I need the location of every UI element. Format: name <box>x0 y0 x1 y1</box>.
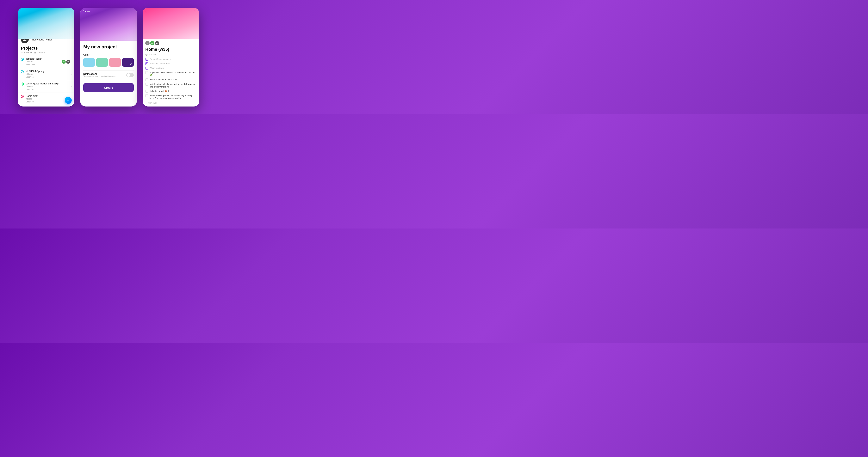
notifications-section: Notifications You won't receive project … <box>83 70 134 79</box>
project-info: Topconf Tallinn 14 tasks3 members <box>26 57 62 66</box>
task-checkbox[interactable] <box>145 78 148 81</box>
task-item[interactable]: Apply moss removal fluid on the roof and… <box>145 71 196 77</box>
task-item[interactable]: Install the last pieces of trim molding … <box>145 94 196 100</box>
toggle-knob <box>127 73 130 77</box>
color-swatch-teal[interactable] <box>96 58 108 67</box>
project-item-left: Home (w41) 8 tasks1 member <box>21 95 71 103</box>
task-item[interactable]: Wash and oil terraces <box>145 62 196 65</box>
task-item[interactable]: Wash windows <box>145 67 196 69</box>
task-item[interactable]: Install a fire alarm in the attic <box>145 78 196 81</box>
task-text: Wash and oil terraces <box>150 62 170 65</box>
notifications-toggle[interactable] <box>126 73 134 77</box>
chevron-right-icon: › <box>71 85 72 88</box>
project-name: Home (w41) <box>26 95 71 97</box>
chevron-right-icon: › <box>71 73 72 75</box>
project-sub: 14 tasks3 members <box>26 60 62 66</box>
task-text: Apply moss removal fluid on the roof and… <box>150 71 196 77</box>
task-checkbox[interactable] <box>145 83 148 86</box>
project-icon-nljug <box>21 70 24 73</box>
project-item-left: Topconf Tallinn 14 tasks3 members <box>21 57 62 66</box>
new-project-title: My new project <box>83 44 134 50</box>
phone3-body: AE AC AP Home (w35) 8 TASKS Order AC mai… <box>143 39 199 106</box>
task-item[interactable]: Rake the forest 🍂➕ <box>145 90 196 93</box>
phone-new-project: Cancel My new project Color ✓ Notificati… <box>80 8 137 106</box>
lock-icon <box>34 52 36 54</box>
projects-title: Projects <box>18 45 74 52</box>
task-checkbox[interactable] <box>145 90 148 93</box>
avatar <box>21 39 29 43</box>
color-swatches: ✓ <box>83 58 134 67</box>
badge-ac: AC <box>62 60 66 64</box>
member-badge-ap: AP <box>155 41 159 45</box>
list-item[interactable]: Reading list 14 tasks1 member › <box>18 105 74 106</box>
new-task-button[interactable]: + New task <box>145 101 196 104</box>
task-checkbox-done[interactable] <box>145 62 148 65</box>
more-options-icon[interactable]: ⋮ <box>68 10 72 14</box>
project-sub: 8 tasks1 member <box>26 97 71 103</box>
user-icon <box>23 39 27 42</box>
tasks-count: 8 TASKS <box>149 54 156 56</box>
member-badge-ae: AE <box>145 41 150 45</box>
project-icon-topconf <box>21 58 24 61</box>
project-info: Home (w41) 8 tasks1 member <box>26 95 71 103</box>
cancel-button[interactable]: Cancel <box>83 10 90 13</box>
shared-meta: 2 Shared <box>21 52 32 54</box>
phone-projects: ⋮ Anonymous Python › Projects 2 Shared <box>18 8 74 106</box>
project-sub: 13 tasks1 member <box>26 85 71 91</box>
member-badges: AE AC AP <box>145 41 196 45</box>
phone1-header-gradient: ⋮ <box>18 8 74 39</box>
notifications-info: Notifications You won't receive project … <box>83 73 116 77</box>
clock-icon <box>145 54 148 56</box>
new-task-label: New task <box>148 102 157 104</box>
phone1-body: Anonymous Python › Projects 2 Shared 4 P… <box>18 39 74 106</box>
user-row[interactable]: Anonymous Python › <box>18 39 74 45</box>
project-name: Topconf Tallinn <box>26 57 62 60</box>
notifications-sub: You won't receive project notifications <box>83 75 116 77</box>
task-text: Install the last pieces of trim molding … <box>150 94 196 100</box>
task-checkbox-done[interactable] <box>145 67 148 69</box>
task-text: Install a fire alarm in the attic <box>150 78 177 81</box>
add-project-button[interactable]: + <box>65 97 72 104</box>
project-info: Los Angeles launch campaign 13 tasks1 me… <box>26 82 71 91</box>
back-button[interactable]: ‹ <box>145 10 146 13</box>
swatch-selected-check: ✓ <box>130 62 132 65</box>
member-badge-ac: AC <box>150 41 154 45</box>
tasks-meta: 8 TASKS <box>145 54 196 56</box>
user-name: Anonymous Python <box>31 39 53 41</box>
project-info: NLJUG J-Spring 14 tasks1 member <box>26 70 71 78</box>
task-checkbox[interactable] <box>145 71 148 74</box>
task-text: Order AC maintenance <box>150 58 171 60</box>
color-label: Color <box>83 54 134 56</box>
list-item[interactable]: Los Angeles launch campaign 13 tasks1 me… <box>18 80 74 93</box>
task-item[interactable]: Order AC maintenance <box>145 58 196 61</box>
phone2-body: My new project Color ✓ Notifications You… <box>80 41 137 95</box>
private-meta: 4 Private <box>34 52 44 54</box>
project-icon-home41 <box>21 95 24 98</box>
home-project-title: Home (w35) <box>145 47 196 52</box>
list-item[interactable]: Topconf Tallinn 14 tasks3 members AC AP … <box>18 56 74 68</box>
task-text: Rake the forest 🍂➕ <box>150 90 170 92</box>
projects-meta: 2 Shared 4 Private <box>18 52 74 56</box>
list-item[interactable]: NLJUG J-Spring 14 tasks1 member › <box>18 68 74 80</box>
project-sub: 14 tasks1 member <box>26 73 71 78</box>
task-checkbox[interactable] <box>145 94 148 97</box>
chevron-right-icon: › <box>71 60 72 63</box>
project-name: NLJUG J-Spring <box>26 70 71 73</box>
task-checkbox-done[interactable] <box>145 58 148 61</box>
project-item-left: NLJUG J-Spring 14 tasks1 member <box>21 70 71 78</box>
notifications-label: Notifications <box>83 73 116 75</box>
phone-home-detail: ‹ ⋮ AE AC AP Home (w35) 8 TASKS Order AC… <box>143 8 199 106</box>
task-list: Order AC maintenance Wash and oil terrac… <box>145 58 196 100</box>
color-swatch-purple[interactable]: ✓ <box>122 58 134 67</box>
task-text: Wash windows <box>150 67 164 69</box>
project-name: Los Angeles launch campaign <box>26 82 71 85</box>
task-item[interactable]: Install water leak alarms next to the di… <box>145 83 196 88</box>
project-icon-la <box>21 82 24 86</box>
project-badges: AC AP <box>62 60 70 64</box>
plus-icon: + <box>145 101 147 104</box>
badge-ap: AP <box>66 60 70 64</box>
color-swatch-blue[interactable] <box>83 58 95 67</box>
more-options-icon[interactable]: ⋮ <box>193 10 196 14</box>
color-swatch-pink[interactable] <box>109 58 121 67</box>
create-button[interactable]: Create <box>83 83 134 92</box>
